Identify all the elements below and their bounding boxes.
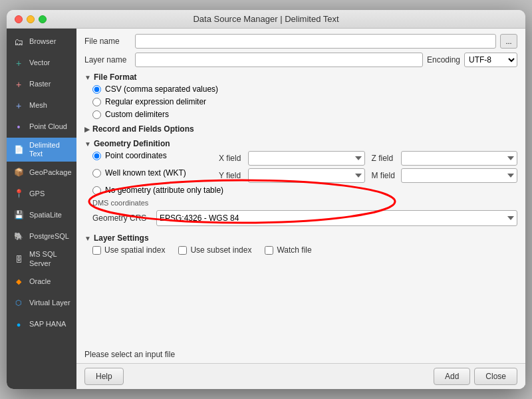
file-format-body: CSV (comma separated values) Regular exp… — [84, 84, 517, 119]
file-format-arrow: ▼ — [84, 74, 91, 81]
file-format-label: File Format — [94, 72, 137, 82]
sidebar-item-delimited[interactable]: 📄 Delimited Text — [7, 138, 76, 162]
crs-container: DMS coordinates Geometry CRS EPSG:4326 -… — [92, 199, 517, 228]
action-buttons: Add Close — [434, 368, 517, 385]
sidebar-item-label: SpatiaLite — [29, 211, 62, 219]
layer-name-input[interactable] — [135, 53, 423, 67]
main-panel: File name ... Layer name Encoding UTF-8 — [76, 29, 525, 389]
encoding-label: Encoding — [427, 55, 460, 65]
custom-radio[interactable] — [92, 110, 101, 119]
record-fields-label: Record and Fields Options — [92, 124, 194, 134]
point-coords-label: Point coordinates — [105, 151, 167, 160]
file-name-label: File name — [84, 37, 131, 46]
geometry-header: ▼ Geometry Definition — [84, 139, 517, 148]
spatial-index-item: Use spatial index — [92, 245, 165, 255]
geometry-crs-select[interactable]: EPSG:4326 - WGS 84 — [156, 210, 517, 226]
title-bar: Data Source Manager | Delimited Text — [7, 10, 525, 29]
layer-name-row: Layer name Encoding UTF-8 — [84, 53, 517, 67]
main-window: Data Source Manager | Delimited Text 🗂 B… — [7, 10, 525, 389]
sidebar-item-mssql[interactable]: 🗄 MS SQL Server — [7, 247, 76, 271]
layer-settings-label: Layer Settings — [94, 233, 149, 243]
sidebar-item-virtual[interactable]: ⬡ Virtual Layer — [7, 293, 76, 314]
regex-radio[interactable] — [92, 98, 101, 106]
sidebar-item-label: SAP HANA — [29, 320, 66, 329]
sidebar-item-geopackage[interactable]: 📦 GeoPackage — [7, 162, 76, 183]
close-button[interactable]: Close — [474, 368, 517, 385]
watch-file-label: Watch file — [277, 245, 311, 255]
m-field-label: M field — [372, 171, 398, 180]
m-field-row: M field — [372, 168, 518, 183]
file-name-input[interactable] — [135, 34, 496, 49]
csv-radio[interactable] — [92, 85, 101, 94]
sidebar-item-label: Oracle — [29, 277, 51, 286]
csv-label: CSV (comma separated values) — [105, 84, 218, 94]
sidebar-item-label: Raster — [29, 80, 51, 88]
record-fields-arrow: ▶ — [84, 126, 90, 133]
sidebar-item-pointcloud[interactable]: • Point Cloud — [7, 116, 76, 138]
crs-row: Geometry CRS EPSG:4326 - WGS 84 — [92, 208, 517, 228]
browser-icon: 🗂 — [12, 35, 25, 49]
sidebar-item-gps[interactable]: 📍 GPS — [7, 183, 76, 204]
help-button[interactable]: Help — [84, 368, 124, 385]
sidebar-item-mesh[interactable]: + Mesh — [7, 95, 76, 116]
layer-settings-header: ▼ Layer Settings — [84, 233, 517, 243]
mesh-icon: + — [12, 99, 25, 112]
z-field-label: Z field — [372, 154, 398, 163]
saphana-icon: ● — [12, 318, 25, 331]
geometry-crs-label: Geometry CRS — [92, 213, 152, 223]
pointcloud-icon: • — [12, 120, 25, 134]
regex-radio-row: Regular expression delimiter — [92, 97, 517, 106]
sidebar-item-label: GeoPackage — [29, 168, 72, 177]
wkt-label: Well known text (WKT) — [105, 168, 186, 178]
point-coords-radio[interactable] — [92, 152, 101, 160]
custom-radio-row: Custom delimiters — [92, 110, 517, 119]
sidebar-item-label: Point Cloud — [29, 122, 67, 131]
sidebar-item-label: Mesh — [29, 101, 47, 110]
spatial-index-checkbox[interactable] — [92, 246, 101, 255]
x-field-label: X field — [219, 154, 245, 163]
encoding-select[interactable]: UTF-8 — [464, 53, 517, 67]
sidebar-item-label: GPS — [29, 190, 45, 198]
y-field-label: Y field — [219, 171, 245, 180]
gps-icon: 📍 — [12, 187, 25, 200]
delimited-icon: 📄 — [12, 143, 25, 156]
x-field-row: X field — [219, 151, 365, 166]
sidebar-item-oracle[interactable]: ◆ Oracle — [7, 271, 76, 293]
spatial-index-label: Use spatial index — [104, 245, 165, 255]
subset-index-checkbox[interactable] — [178, 246, 187, 255]
no-geometry-radio[interactable] — [92, 186, 101, 195]
record-fields-header: ▶ Record and Fields Options — [84, 124, 517, 134]
sidebar-item-vector[interactable]: + Vector — [7, 53, 76, 74]
geopackage-icon: 📦 — [12, 166, 25, 179]
mssql-icon: 🗄 — [12, 253, 25, 266]
content-area: 🗂 Browser + Vector + Raster + Mesh • Poi… — [7, 29, 525, 389]
y-field-select[interactable] — [248, 168, 365, 183]
checkbox-row: Use spatial index Use subset index Watch… — [92, 245, 517, 255]
maximize-traffic-light[interactable] — [39, 15, 47, 23]
bottom-bar: Help Add Close — [76, 363, 525, 389]
sidebar-item-spatialite[interactable]: 💾 SpatiaLite — [7, 204, 76, 225]
sidebar-item-label: MS SQL Server — [29, 250, 71, 267]
sidebar-item-label: PostgreSQL — [29, 232, 69, 241]
x-field-select[interactable] — [248, 151, 365, 166]
add-button[interactable]: Add — [434, 368, 470, 385]
spatialite-icon: 💾 — [12, 208, 25, 221]
sidebar-item-label: Browser — [29, 37, 56, 46]
status-bar: Please select an input file — [76, 347, 525, 363]
sidebar-item-label: Delimited Text — [29, 141, 71, 158]
geometry-arrow: ▼ — [84, 140, 91, 148]
sidebar-item-raster[interactable]: + Raster — [7, 74, 76, 95]
virtual-icon: ⬡ — [12, 297, 25, 310]
m-field-select[interactable] — [401, 168, 518, 183]
sidebar-item-saphana[interactable]: ● SAP HANA — [7, 314, 76, 335]
window-title: Data Source Manager | Delimited Text — [193, 14, 338, 24]
sidebar-item-browser[interactable]: 🗂 Browser — [7, 31, 76, 53]
minimize-traffic-light[interactable] — [27, 15, 35, 23]
wkt-radio[interactable] — [92, 169, 101, 178]
sidebar-item-postgresql[interactable]: 🐘 PostgreSQL — [7, 225, 76, 247]
watch-file-checkbox[interactable] — [265, 246, 273, 255]
z-field-select[interactable] — [401, 151, 518, 166]
layer-name-label: Layer name — [84, 55, 131, 65]
close-traffic-light[interactable] — [15, 15, 23, 23]
browse-button[interactable]: ... — [500, 34, 517, 49]
